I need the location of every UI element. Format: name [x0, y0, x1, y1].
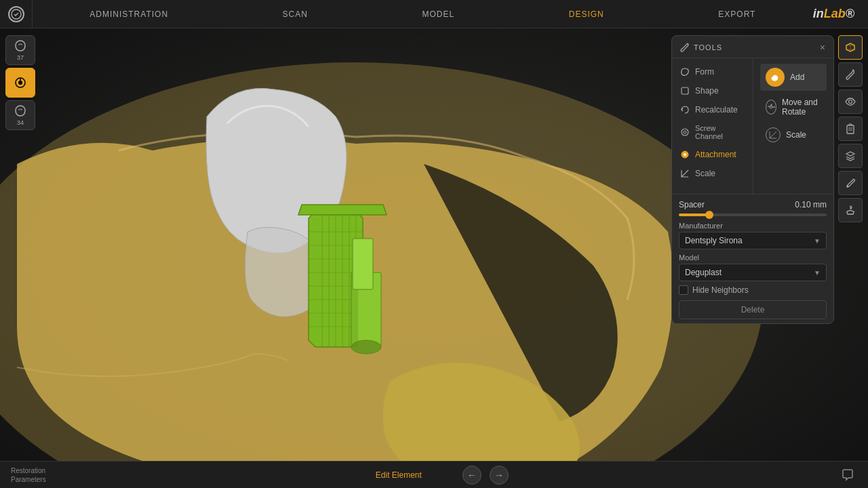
right-btn-clipboard[interactable]: [838, 117, 863, 141]
svg-point-25: [682, 129, 688, 136]
bottom-left: Restoration Parameters: [11, 466, 46, 484]
eye-icon: [845, 96, 856, 107]
chat-button[interactable]: [838, 466, 857, 485]
svg-rect-24: [682, 87, 688, 94]
tools-body: Form Shape Recalculate: [672, 58, 833, 194]
svg-point-28: [684, 153, 686, 156]
right-bar: [838, 35, 863, 222]
top-nav: ADMINISTRATION SCAN MODEL DESIGN EXPORT …: [0, 0, 868, 28]
recalculate-icon: [680, 105, 690, 115]
tools-right: Add Move and Rotate: [753, 58, 833, 194]
svg-point-34: [847, 186, 849, 188]
action-scale[interactable]: Scale: [760, 123, 827, 146]
tools-header: TOOLS ×: [672, 36, 833, 58]
tool-screw-channel[interactable]: Screw Channel: [672, 119, 753, 145]
model-chevron: ▼: [814, 269, 821, 277]
hide-neighbors-row: Hide Neighbors: [679, 285, 827, 295]
right-btn-paint[interactable]: [838, 171, 863, 195]
nav-model[interactable]: MODEL: [408, 0, 468, 28]
paint-icon: [845, 178, 856, 188]
svg-point-30: [849, 100, 852, 104]
sidebar-btn-37[interactable]: 37: [5, 35, 35, 65]
scale-action-icon: [766, 127, 781, 142]
sidebar-btn-34[interactable]: 34: [5, 100, 35, 130]
tool-icon: [845, 69, 856, 80]
tools-list: Form Shape Recalculate: [672, 58, 753, 194]
right-btn-3d[interactable]: [838, 35, 863, 60]
add-icon: [766, 68, 785, 87]
nav-brand: inLab®: [813, 7, 868, 21]
form-icon: [680, 67, 690, 77]
sidebar-btn-attachment[interactable]: [5, 68, 35, 98]
tool-attachment[interactable]: Attachment: [672, 145, 753, 164]
bottom-nav: ← →: [462, 466, 509, 485]
clipboard-icon: [845, 123, 856, 134]
layers-icon: [845, 150, 856, 161]
tool-recalculate[interactable]: Recalculate: [672, 100, 753, 119]
viewport[interactable]: 37 34 TOOLS ×: [0, 28, 868, 488]
nav-next-btn[interactable]: →: [490, 466, 509, 485]
bottom-right: [838, 466, 857, 485]
manufacturer-select[interactable]: Dentsply Sirona ▼: [679, 232, 827, 249]
hide-neighbors-checkbox[interactable]: [679, 285, 688, 295]
spacer-row: Spacer 0.10 mm: [679, 200, 827, 209]
model-row: Model Deguplast ▼: [679, 253, 827, 281]
svg-point-26: [684, 131, 686, 134]
nav-prev-btn[interactable]: ←: [462, 466, 481, 485]
tools-panel: TOOLS × Form Shape: [671, 35, 834, 324]
bottom-edit-element: Edit Element: [376, 470, 422, 480]
spacer-section: Spacer 0.10 mm Manufacturer Dentsply Sir…: [672, 194, 833, 323]
logo-icon: [8, 6, 24, 22]
tool-form[interactable]: Form: [672, 62, 753, 81]
spacer-slider-thumb: [705, 211, 713, 219]
attachment-icon-tool: [680, 150, 690, 159]
spacer-slider[interactable]: [679, 214, 827, 216]
chat-icon: [841, 468, 854, 482]
left-sidebar: 37 34: [5, 35, 35, 130]
nav-export[interactable]: EXPORT: [705, 0, 769, 28]
action-move-rotate[interactable]: Move and Rotate: [760, 94, 827, 121]
hat-icon: [845, 205, 856, 216]
svg-point-22: [18, 81, 22, 85]
shape-icon: [680, 86, 690, 96]
wrench-icon: [680, 43, 690, 52]
logo: [0, 0, 33, 28]
right-btn-tool[interactable]: [838, 62, 863, 87]
right-btn-layers[interactable]: [838, 144, 863, 168]
nav-design[interactable]: DESIGN: [555, 0, 618, 28]
bottom-bar: Restoration Parameters Edit Element ← →: [0, 461, 868, 488]
svg-rect-20: [353, 239, 373, 289]
move-rotate-icon: [766, 100, 776, 115]
spacer-slider-fill: [679, 214, 709, 216]
manufacturer-row: Manufacturer Dentsply Sirona ▼: [679, 222, 827, 249]
right-btn-hat[interactable]: [838, 198, 863, 222]
model-select[interactable]: Deguplast ▼: [679, 264, 827, 281]
manufacturer-chevron: ▼: [814, 237, 821, 245]
nav-scan[interactable]: SCAN: [269, 0, 321, 28]
scale-icon-tool: [680, 169, 690, 178]
3d-view-icon: [844, 41, 856, 54]
nav-items: ADMINISTRATION SCAN MODEL DESIGN EXPORT: [33, 0, 813, 28]
tools-title: TOOLS: [680, 43, 722, 52]
delete-button[interactable]: Delete: [679, 300, 827, 319]
tool-shape[interactable]: Shape: [672, 81, 753, 100]
action-add[interactable]: Add: [760, 64, 827, 91]
nav-administration[interactable]: ADMINISTRATION: [76, 0, 182, 28]
svg-rect-31: [847, 125, 854, 134]
right-btn-eye[interactable]: [838, 89, 863, 114]
tool-scale[interactable]: Scale: [672, 164, 753, 183]
tools-close[interactable]: ×: [820, 43, 825, 52]
screw-channel-icon: [680, 127, 690, 137]
